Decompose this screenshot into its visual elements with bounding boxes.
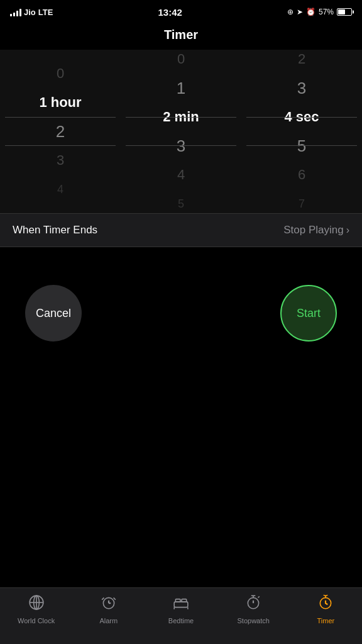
- alarm-status-icon: ⏰: [306, 8, 315, 16]
- picker-item: 4: [121, 160, 241, 189]
- tab-bar: World Clock Alarm: [0, 587, 362, 644]
- picker-item: 5: [121, 189, 241, 213]
- cancel-button[interactable]: Cancel: [25, 285, 82, 341]
- tab-stopwatch[interactable]: Stopwatch: [217, 594, 290, 625]
- hours-picker-column[interactable]: 0 1 hour 2 3 4: [0, 50, 121, 213]
- picker-item: 3: [241, 74, 362, 103]
- battery-percent: 57%: [319, 8, 334, 16]
- picker-item: 5: [241, 131, 362, 160]
- svg-point-12: [248, 597, 259, 608]
- picker-item: 6: [241, 160, 362, 189]
- minutes-picker-column[interactable]: 0 1 2 min 3 4 5: [121, 50, 241, 213]
- timer-ends-row[interactable]: When Timer Ends Stop Playing ›: [0, 213, 362, 247]
- timer-ends-value[interactable]: Stop Playing ›: [283, 224, 349, 236]
- picker-item: 2: [241, 50, 362, 74]
- start-button[interactable]: Start: [280, 285, 337, 341]
- picker-item: 4: [0, 175, 121, 204]
- svg-rect-8: [175, 599, 180, 602]
- seconds-picker-column[interactable]: 2 3 4 sec 5 6 7: [241, 50, 362, 213]
- picker-item: 3: [0, 146, 121, 175]
- status-bar: Jio LTE 13:42 ⊕ ➤ ⏰ 57%: [0, 0, 362, 23]
- navigation-icon: ➤: [297, 8, 303, 16]
- page-title: Timer: [0, 28, 362, 42]
- picker-item-selected-minutes: 2 min: [121, 103, 241, 131]
- time-picker[interactable]: 0 1 hour 2 3 4 0 1 2 min 3 4 5 2 3: [0, 50, 362, 213]
- picker-item: 7: [241, 189, 362, 213]
- stopwatch-icon: [245, 594, 261, 614]
- bedtime-icon: [173, 594, 189, 614]
- picker-item: 0: [0, 59, 121, 88]
- stop-playing-label: Stop Playing: [283, 224, 343, 236]
- tab-alarm[interactable]: Alarm: [72, 594, 145, 625]
- tab-timer-label: Timer: [317, 617, 335, 625]
- battery-icon: [337, 8, 352, 16]
- picker-container[interactable]: 0 1 hour 2 3 4 0 1 2 min 3 4 5 2 3: [0, 50, 362, 213]
- picker-item: 0: [121, 50, 241, 74]
- tab-timer[interactable]: Timer: [290, 594, 362, 625]
- picker-item: 1: [121, 74, 241, 103]
- chevron-right-icon: ›: [346, 225, 349, 236]
- status-left: Jio LTE: [10, 8, 53, 17]
- timer-ends-label: When Timer Ends: [13, 224, 97, 236]
- status-right: ⊕ ➤ ⏰ 57%: [287, 8, 352, 16]
- svg-rect-7: [174, 602, 188, 608]
- world-clock-icon: [28, 594, 45, 614]
- alarm-icon: [101, 594, 117, 614]
- picker-item-selected-hours: 1 hour: [0, 88, 121, 117]
- tab-stopwatch-label: Stopwatch: [238, 617, 270, 625]
- tab-world-clock[interactable]: World Clock: [0, 594, 72, 625]
- tab-alarm-label: Alarm: [99, 617, 118, 625]
- tab-bedtime-label: Bedtime: [168, 617, 194, 625]
- picker-item: 2: [0, 117, 121, 146]
- network-type: LTE: [38, 8, 53, 17]
- tab-bedtime[interactable]: Bedtime: [145, 594, 217, 625]
- location-icon: ⊕: [287, 8, 293, 16]
- timer-buttons-area: Cancel Start: [0, 247, 362, 367]
- timer-icon: [317, 594, 334, 614]
- page-header: Timer: [0, 23, 362, 50]
- status-time: 13:42: [158, 7, 182, 18]
- picker-item: 3: [121, 131, 241, 160]
- picker-item-selected-seconds: 4 sec: [241, 103, 362, 131]
- tab-world-clock-label: World Clock: [18, 617, 55, 625]
- svg-rect-9: [182, 599, 187, 602]
- carrier-label: Jio: [24, 8, 36, 17]
- signal-bars-icon: [10, 8, 21, 16]
